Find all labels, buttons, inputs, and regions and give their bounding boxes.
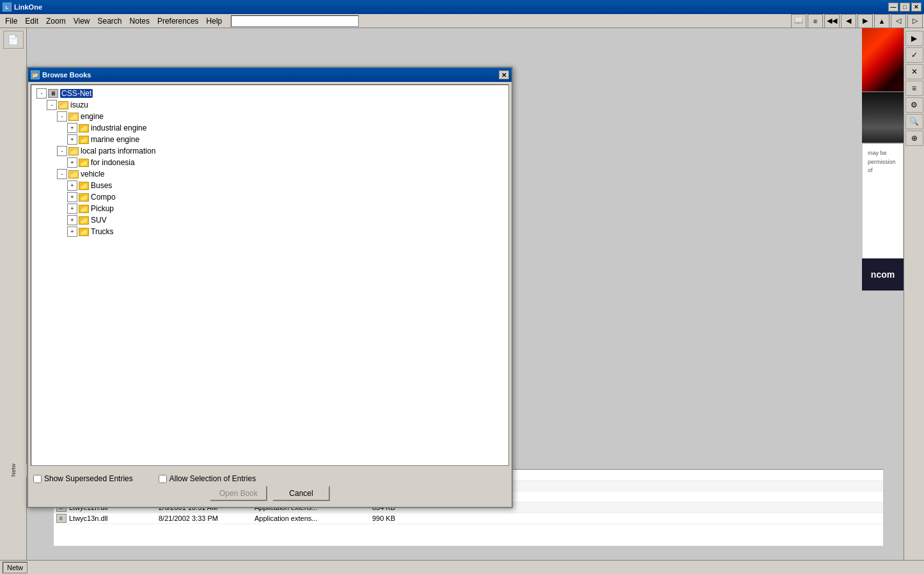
dialog-title-icon: 📂 xyxy=(31,70,40,79)
dialog-title-bar: 📂 Browse Books ✕ xyxy=(28,68,512,82)
tree-label-isuzu: isuzu xyxy=(70,100,88,109)
minimize-button[interactable]: — xyxy=(888,3,898,12)
tree-expand-indonesia[interactable]: + xyxy=(67,157,77,168)
tree-label-trucks: Trucks xyxy=(91,227,114,236)
browse-books-dialog: 📂 Browse Books ✕ - 🖥 CSS-Net xyxy=(27,67,513,508)
tree-expand-marine[interactable]: + xyxy=(67,134,77,145)
tree-expand-localparts[interactable]: - xyxy=(57,146,67,156)
nav-prev[interactable]: ◀ xyxy=(841,14,856,28)
nav-back[interactable]: ◁ xyxy=(891,14,906,28)
close-button[interactable]: ✕ xyxy=(911,3,921,12)
folder-icon-engine: 📁 xyxy=(68,113,79,121)
nav-up[interactable]: ▲ xyxy=(874,14,889,28)
menu-edit[interactable]: Edit xyxy=(21,15,42,27)
dialog-footer: Show Superseded Entries Allow Selection … xyxy=(28,468,512,507)
menu-view[interactable]: View xyxy=(70,15,94,27)
maximize-button[interactable]: □ xyxy=(900,3,910,12)
menu-file[interactable]: File xyxy=(1,15,21,27)
tree-node-engine[interactable]: - 📁 engine xyxy=(34,111,506,122)
tree-label-localparts: local parts information xyxy=(81,147,155,155)
folder-icon-isuzu: 📁 xyxy=(58,101,68,109)
tree-expand-trucks[interactable]: + xyxy=(67,227,77,237)
dialog-close-button[interactable]: ✕ xyxy=(499,70,509,79)
tree-node-industrial[interactable]: + 📁 industrial engine xyxy=(34,122,506,134)
menu-bar: File Edit Zoom View Search Notes Prefere… xyxy=(0,14,924,28)
tree-label-marine: marine engine xyxy=(91,135,139,144)
folder-icon-suv: 📁 xyxy=(79,216,89,225)
tree-view: - 🖥 CSS-Net - 📁 isuzu - xyxy=(34,88,506,237)
folder-icon-compo: 📁 xyxy=(79,193,89,202)
tree-label-compo: Compo xyxy=(91,193,116,202)
tree-node-indonesia[interactable]: + 📁 for indonesia xyxy=(34,157,506,168)
tree-node-compo[interactable]: + 📁 Compo xyxy=(34,191,506,203)
tree-expand-compo[interactable]: + xyxy=(67,192,77,202)
tree-node-trucks[interactable]: + 📁 Trucks xyxy=(34,226,506,237)
tree-expand-vehicle[interactable]: - xyxy=(57,169,67,179)
nav-prev-prev[interactable]: ◀◀ xyxy=(824,14,840,28)
tree-node-suv[interactable]: + 📁 SUV xyxy=(34,214,506,226)
tree-expand-engine[interactable]: - xyxy=(57,111,67,122)
tree-expand-cssnet[interactable]: - xyxy=(36,88,47,99)
tree-node-isuzu[interactable]: - 📁 isuzu xyxy=(34,99,506,111)
tree-node-pickup[interactable]: + 📁 Pickup xyxy=(34,203,506,214)
bottom-bar: Netw xyxy=(0,560,924,574)
main-content: 📄 Netw may be permission of ncom xyxy=(0,28,924,560)
tree-expand-pickup[interactable]: + xyxy=(67,203,77,214)
allow-selection-checkbox[interactable] xyxy=(159,475,167,483)
show-superseded-checkbox[interactable] xyxy=(33,475,42,483)
folder-icon-pickup: 📁 xyxy=(79,205,89,213)
nav-list-icon[interactable]: ≡ xyxy=(808,14,823,28)
tree-node-buses[interactable]: + 📁 Buses xyxy=(34,180,506,191)
tree-label-pickup: Pickup xyxy=(91,204,114,213)
dialog-body[interactable]: - 🖥 CSS-Net - 📁 isuzu - xyxy=(31,84,509,466)
show-superseded-label: Show Superseded Entries xyxy=(44,474,133,483)
open-book-button[interactable]: Open Book xyxy=(210,486,267,501)
tree-label-buses: Buses xyxy=(91,181,112,190)
tree-expand-suv[interactable]: + xyxy=(67,215,77,225)
tree-expand-industrial[interactable]: + xyxy=(67,123,77,133)
network-status: Netw xyxy=(3,562,27,573)
nav-forward[interactable]: ▷ xyxy=(907,14,923,28)
tree-label-suv: SUV xyxy=(91,216,107,225)
folder-icon-localparts: 📁 xyxy=(68,147,79,155)
dialog-overlay: 📂 Browse Books ✕ - 🖥 CSS-Net xyxy=(0,28,924,560)
nav-book-icon[interactable]: 📖 xyxy=(791,14,806,28)
menu-notes[interactable]: Notes xyxy=(126,15,153,27)
tree-label-vehicle: vehicle xyxy=(81,170,104,179)
tree-node-cssnet[interactable]: - 🖥 CSS-Net xyxy=(34,88,506,99)
tree-node-vehicle[interactable]: - 📁 vehicle xyxy=(34,168,506,180)
folder-icon-buses: 📁 xyxy=(79,182,89,190)
tree-expand-isuzu[interactable]: - xyxy=(47,100,57,110)
tree-label-industrial: industrial engine xyxy=(91,124,146,132)
cancel-button[interactable]: Cancel xyxy=(272,486,330,501)
dialog-title: Browse Books xyxy=(42,71,91,79)
folder-icon-industrial: 📁 xyxy=(79,124,89,132)
app-title: LinkOne xyxy=(14,3,42,11)
folder-icon-marine: 📁 xyxy=(79,136,89,144)
menu-help[interactable]: Help xyxy=(203,15,226,27)
tree-expand-buses[interactable]: + xyxy=(67,180,77,191)
computer-icon: 🖥 xyxy=(48,89,58,98)
folder-icon-indonesia: 📁 xyxy=(79,159,89,167)
menu-preferences[interactable]: Preferences xyxy=(153,15,203,27)
app-window: L LinkOne — □ ✕ File Edit Zoom View Sear… xyxy=(0,0,924,574)
allow-selection-label: Allow Selection of Entries xyxy=(169,474,256,483)
menu-zoom[interactable]: Zoom xyxy=(42,15,70,27)
title-bar: L LinkOne — □ ✕ xyxy=(0,0,924,14)
folder-icon-vehicle: 📁 xyxy=(68,170,79,179)
tree-label-indonesia: for indonesia xyxy=(91,158,135,167)
tree-label-cssnet: CSS-Net xyxy=(60,89,93,98)
tree-label-engine: engine xyxy=(81,112,104,121)
tree-node-marine[interactable]: + 📁 marine engine xyxy=(34,134,506,145)
app-icon: L xyxy=(3,3,12,12)
nav-next[interactable]: ▶ xyxy=(857,14,873,28)
toolbar-search-input[interactable] xyxy=(231,15,359,27)
menu-search[interactable]: Search xyxy=(94,15,126,27)
tree-node-localparts[interactable]: - 📁 local parts information xyxy=(34,145,506,157)
folder-icon-trucks: 📁 xyxy=(79,228,89,236)
